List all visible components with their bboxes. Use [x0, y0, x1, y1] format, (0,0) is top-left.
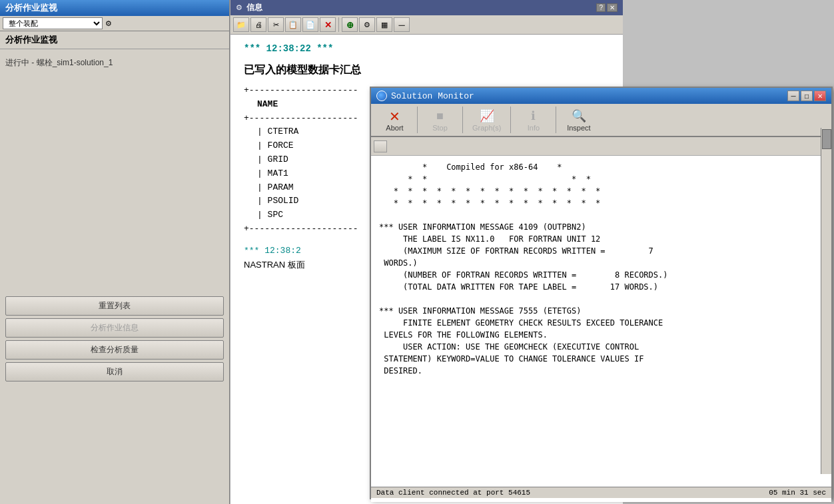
sm-title-text: Solution Monitor — [391, 91, 474, 101]
info-button[interactable]: ℹ Info — [515, 107, 552, 133]
sm-text-content: * Compiled for x86-64 * * * * * * * * * … — [379, 161, 823, 377]
info-label: Info — [528, 124, 540, 132]
info-title-controls: ? ✕ — [596, 3, 618, 12]
info-main-toolbar: 📁 🖨 ✂ 📋 📄 ✕ ⊕ ⚙ ▦ ─ — [230, 15, 623, 35]
sm-statusbar: Data client connected at port 54615 05 m… — [371, 487, 831, 498]
abort-label: Abort — [386, 124, 403, 132]
toolbar-settings-btn[interactable]: ⚙ — [359, 17, 375, 32]
inspect-icon: 🔍 — [572, 109, 586, 123]
sm-scrollbar[interactable] — [821, 128, 831, 474]
stop-label: Stop — [432, 124, 448, 132]
toolbar-sep-2 — [462, 107, 463, 133]
info-help-btn[interactable]: ? — [596, 3, 606, 12]
toolbar-minus-btn[interactable]: ─ — [394, 17, 410, 32]
toolbar-paste-btn[interactable]: 📄 — [302, 17, 318, 32]
check-quality-button[interactable]: 检查分析质量 — [5, 340, 224, 360]
sm-scroll-thumb[interactable] — [822, 129, 831, 149]
info-close-btn[interactable]: ✕ — [607, 3, 618, 12]
reset-list-button[interactable]: 重置列表 — [5, 296, 224, 316]
abort-icon: ✕ — [389, 110, 400, 123]
sm-toolbar: ✕ Abort ■ Stop 📈 Graph(s) ℹ Info 🔍 Inspe… — [371, 104, 831, 137]
sm-content: * Compiled for x86-64 * * * * * * * * * … — [371, 156, 831, 502]
toolbar-grid-btn[interactable]: ▦ — [376, 17, 392, 32]
cancel-button[interactable]: 取消 — [5, 362, 224, 381]
sm-title-icon — [376, 91, 387, 101]
toolbar-icon: ⚙ — [105, 19, 112, 28]
toolbar-print-btn[interactable]: 🖨 — [250, 17, 266, 32]
sm-titlebar: Solution Monitor ─ □ ✕ — [371, 88, 831, 104]
analysis-info-button[interactable]: 分析作业信息 — [5, 318, 224, 338]
inspect-button[interactable]: 🔍 Inspect — [560, 107, 597, 133]
info-timestamp1: *** 12:38:22 *** — [244, 41, 610, 56]
left-panel-content: 进行中 - 螺栓_sim1-solution_1 — [0, 49, 229, 77]
toolbar-sep-3 — [510, 107, 511, 133]
inspect-label: Inspect — [567, 124, 590, 132]
graph-label: Graph(s) — [472, 124, 501, 132]
left-panel-header: 分析作业监视 — [0, 0, 229, 16]
sm-close-btn[interactable]: ✕ — [814, 91, 826, 101]
toolbar-cut-btn[interactable]: ✂ — [268, 17, 284, 32]
info-title-text: 信息 — [246, 2, 262, 13]
graph-button[interactable]: 📈 Graph(s) — [467, 107, 506, 133]
toolbar-plus-btn[interactable]: ⊕ — [342, 17, 358, 32]
info-title-left: ⚙ 信息 — [236, 2, 262, 13]
graph-icon: 📈 — [480, 109, 494, 123]
sm-sub-toolbar — [371, 137, 831, 156]
info-subtitle: 已写入的模型数据卡汇总 — [244, 61, 610, 79]
left-panel: 分析作业监视 整个装配 ⚙ 分析作业监视 进行中 - 螺栓_sim1-solut… — [0, 0, 230, 504]
toolbar-close-btn[interactable]: ✕ — [320, 17, 336, 32]
sm-title-left: Solution Monitor — [376, 91, 474, 101]
toolbar-sep-4 — [556, 107, 556, 133]
info-title-icon: ⚙ — [236, 3, 242, 12]
sm-titlebar-controls: ─ □ ✕ — [787, 91, 826, 101]
sm-status-left: Data client connected at port 54615 — [376, 489, 530, 497]
sm-minimize-btn[interactable]: ─ — [787, 91, 799, 101]
abort-button[interactable]: ✕ Abort — [376, 109, 413, 133]
left-panel-title-text: 分析作业监视 — [5, 3, 57, 13]
job-status-text: 进行中 - 螺栓_sim1-solution_1 — [5, 55, 224, 71]
toolbar-separator — [338, 17, 339, 32]
sm-restore-btn[interactable]: □ — [801, 91, 813, 101]
analysis-monitor-label: 分析作业监视 — [0, 31, 229, 49]
info-icon: ℹ — [531, 109, 536, 123]
toolbar-open-btn[interactable]: 📁 — [233, 17, 249, 32]
solution-monitor-window: Solution Monitor ─ □ ✕ ✕ Abort ■ Stop 📈 … — [370, 87, 833, 499]
sm-status-right: 05 min 31 sec — [769, 489, 826, 497]
stop-icon: ■ — [436, 109, 444, 123]
info-titlebar: ⚙ 信息 ? ✕ — [230, 0, 623, 15]
left-buttons-container: 重置列表 分析作业信息 检查分析质量 取消 — [0, 294, 229, 384]
toolbar-copy-btn[interactable]: 📋 — [285, 17, 301, 32]
left-panel-toolbar: 整个装配 ⚙ — [0, 16, 229, 31]
stop-button[interactable]: ■ Stop — [422, 108, 458, 133]
assembly-select[interactable]: 整个装配 — [3, 17, 103, 29]
toolbar-sep-1 — [417, 107, 418, 133]
sm-sub-btn1[interactable] — [374, 140, 387, 152]
